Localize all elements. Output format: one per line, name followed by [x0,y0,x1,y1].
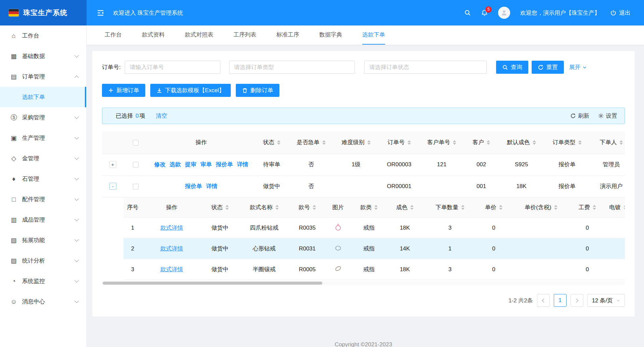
select-style-link[interactable]: 选款 [170,161,181,168]
quotation-link[interactable]: 报价单 [216,161,233,168]
tab-process-list[interactable]: 工序列表 [233,25,256,45]
sidebar-item-production[interactable]: ▣ 生产管理 [0,128,86,148]
menu-fold-icon[interactable] [97,9,104,17]
search-icon[interactable] [464,9,471,16]
sidebar-item-gold[interactable]: ◇ 金管理 [0,148,86,169]
sort-icon[interactable] [578,140,582,145]
ring-thumbnail-icon[interactable] [334,264,342,273]
sidebar-item-purchase[interactable]: ⓢ 采购管理 [0,107,86,128]
page-content: 订单号: 查询 重置 展开 [87,45,644,347]
cell-quantity: 3 [423,218,477,238]
sort-icon[interactable] [408,140,411,145]
style-details-link[interactable]: 款式详情 [160,245,183,252]
scrollbar-thumb[interactable] [103,282,322,285]
sidebar-item-monitoring[interactable]: ◔ 系统监控 [0,271,86,291]
details-link[interactable]: 详情 [237,161,249,168]
user-greeting: 欢迎您，演示用户【珠宝生产】 [520,9,600,17]
row-checkbox[interactable] [133,184,139,189]
app-root: 珠宝生产系统 欢迎进入 珠宝生产管理系统 [0,0,644,347]
clear-selection-link[interactable]: 清空 [156,112,167,120]
table-toolbar: 刷新 设置 [570,112,617,120]
sort-icon[interactable] [410,205,414,210]
logout-label: 退出 [619,9,631,17]
table-settings-button[interactable]: 设置 [598,112,617,120]
sidebar-item-order-management[interactable]: ▤ 订单管理 [0,66,86,87]
sidebar-item-extensions[interactable]: ▧ 拓展功能 [0,230,86,250]
expand-row-button[interactable]: + [109,161,116,168]
tab-label: 选款下单 [362,31,385,39]
reset-button[interactable]: 重置 [532,61,564,74]
style-details-link[interactable]: 款式详情 [160,266,183,273]
collapse-row-button[interactable]: - [109,183,116,190]
sort-icon[interactable] [533,140,536,145]
subtable-row: 3 款式详情 做货中 半圈镶戒 R0005 戒指 [123,259,625,280]
ring-thumbnail-icon[interactable] [334,243,342,252]
refresh-table-button[interactable]: 刷新 [570,112,589,120]
quotation-link[interactable]: 报价单 [185,183,202,189]
sidebar-item-finished-goods[interactable]: ▥ 成品管理 [0,210,86,230]
sidebar-item-basic-data[interactable]: ▦ 基础数据 [0,46,86,66]
sidebar-item-stone[interactable]: ♦ 石管理 [0,169,86,189]
sort-icon[interactable] [461,205,465,210]
sort-icon[interactable] [225,205,229,210]
download-template-button[interactable]: 下载选款模板【Excel】 [150,84,231,97]
selection-alert-bar: 已选择 0 项 清空 刷新 设置 [102,108,625,124]
edit-link[interactable]: 修改 [154,161,166,168]
chevron-down-icon [74,115,79,119]
tab-style-order[interactable]: 选款下单 [362,25,385,45]
logout-button[interactable]: 退出 [610,9,631,17]
select-all-checkbox[interactable] [133,140,139,146]
sort-icon[interactable] [313,205,316,210]
delete-order-button[interactable]: 删除订单 [236,84,279,97]
page-number-button[interactable]: 1 [554,294,567,307]
download-template-label: 下载选款模板【Excel】 [165,86,225,94]
tab-style-comparison[interactable]: 款式对照表 [185,25,213,45]
sort-icon[interactable] [453,140,456,145]
search-icon [502,64,508,70]
order-status-select[interactable] [364,61,487,74]
next-page-button[interactable] [571,294,583,307]
ring-thumbnail-icon[interactable] [334,223,342,231]
style-details-link[interactable]: 款式详情 [160,225,183,231]
add-order-button[interactable]: 新增订单 [102,84,145,97]
sidebar-label: 基础数据 [22,52,75,60]
sort-icon[interactable] [374,205,378,210]
sort-icon[interactable] [275,205,279,210]
sidebar-item-workbench[interactable]: ⌂ 工作台 [0,25,86,46]
horizontal-scrollbar[interactable] [102,281,625,285]
sort-icon[interactable] [554,205,557,210]
search-button[interactable]: 查询 [496,61,528,74]
sort-icon[interactable] [593,205,596,210]
review-link[interactable]: 审单 [201,161,212,168]
sidebar-item-statistics[interactable]: ▨ 统计分析 [0,250,86,271]
order-no-input[interactable] [125,61,220,74]
tab-style-data[interactable]: 款式资料 [142,25,165,45]
expand-filters-link[interactable]: 展开 [569,63,587,71]
sort-icon[interactable] [487,140,490,145]
tab-standard-process[interactable]: 标准工序 [276,25,299,45]
sort-icon[interactable] [277,140,280,145]
tab-data-dictionary[interactable]: 数据字典 [319,25,342,45]
plus-icon [108,88,114,93]
app-logo[interactable]: 珠宝生产系统 [0,0,87,25]
sort-icon[interactable] [624,205,625,210]
submit-review-link[interactable]: 提审 [185,161,197,168]
subcol-category: 款类 [352,197,386,218]
sort-icon[interactable] [620,140,623,145]
sidebar-item-accessories[interactable]: □ 配件管理 [0,189,86,210]
sidebar-item-messages[interactable]: ☺ 消息中心 [0,291,86,312]
order-type-select[interactable] [229,61,355,74]
details-link[interactable]: 详情 [206,183,218,189]
delete-order-label: 删除订单 [251,86,273,94]
user-avatar[interactable] [498,7,510,19]
sort-icon[interactable] [367,140,371,145]
page-size-select[interactable]: 12 条/页 [587,294,625,307]
tab-workbench[interactable]: 工作台 [105,25,122,45]
sidebar-item-style-order[interactable]: 选款下单 [0,87,86,107]
prev-page-button[interactable] [537,294,550,307]
cell-customer: 001 [464,175,499,197]
notification-bell-icon[interactable]: 5 [481,9,488,16]
sort-icon[interactable] [322,140,326,145]
row-checkbox[interactable] [133,162,139,168]
sort-icon[interactable] [499,205,502,210]
